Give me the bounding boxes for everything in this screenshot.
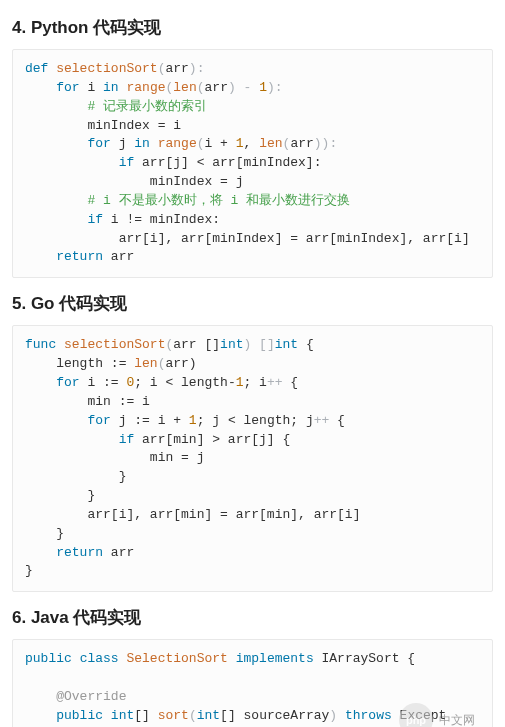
code-token: def	[25, 61, 48, 76]
watermark-badge-icon: php	[399, 703, 433, 727]
code-comment: # i 不是最小数时，将 i 和最小数进行交换	[87, 193, 350, 208]
watermark-text: 中文网	[439, 712, 475, 727]
section-5-heading: 5. Go 代码实现	[12, 292, 493, 315]
watermark: php 中文网	[399, 703, 475, 727]
section-4-heading: 4. Python 代码实现	[12, 16, 493, 39]
code-comment: # 记录最小数的索引	[87, 99, 207, 114]
python-code-block: def selectionSort(arr): for i in range(l…	[12, 49, 493, 278]
code-annotation: @Override	[56, 689, 126, 704]
section-6-heading: 6. Java 代码实现	[12, 606, 493, 629]
go-code-block: func selectionSort(arr []int) []int { le…	[12, 325, 493, 592]
code-token: selectionSort	[56, 61, 157, 76]
